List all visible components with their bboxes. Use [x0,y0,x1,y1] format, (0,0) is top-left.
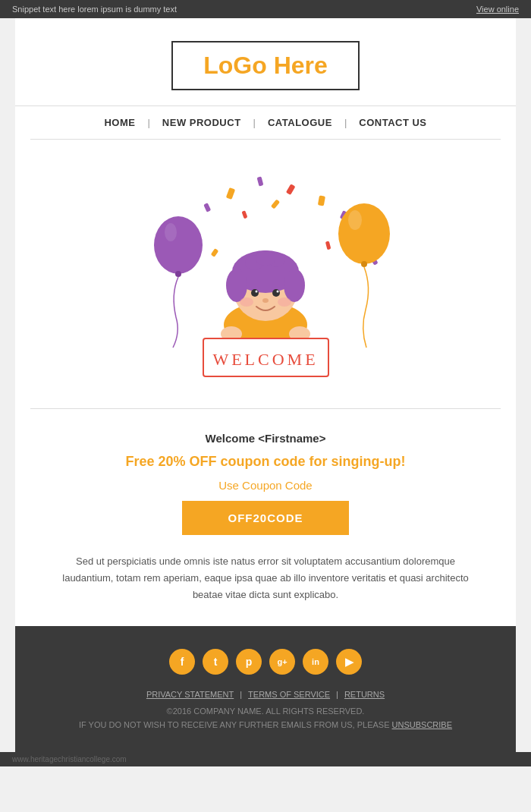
coupon-label: Use Coupon Code [61,479,470,492]
top-bar: Snippet text here lorem ipsum is dummy t… [0,0,531,18]
svg-point-17 [338,203,390,264]
svg-point-16 [175,271,181,277]
instagram-icon[interactable]: in [303,649,328,675]
nav-divider [30,139,501,140]
svg-point-19 [361,261,367,267]
watermark-text: www.heritagechristiancollege.com [12,755,127,763]
svg-point-15 [165,223,177,241]
svg-point-27 [256,250,275,266]
snippet-text: Snippet text here lorem ipsum is dummy t… [12,5,177,14]
svg-point-18 [348,210,362,230]
nav-item-catalogue[interactable]: CATALOGUE [256,117,344,128]
svg-point-30 [256,291,258,293]
pinterest-icon[interactable]: p [236,649,262,675]
svg-rect-2 [286,184,296,195]
nav-bar: HOME | NEW PRODUCT | CATALOGUE | CONTACT… [30,117,501,128]
footer-copyright: ©2016 COMPANY NAME. ALL RIGHTS RESERVED. [30,707,501,716]
nav-item-home[interactable]: HOME [92,117,147,128]
svg-point-28 [251,289,259,297]
svg-point-31 [277,291,279,293]
welcome-illustration: WELCOME [91,165,440,393]
logo-section: LoGo Here [15,18,516,105]
watermark: www.heritagechristiancollege.com [0,752,531,766]
coupon-button[interactable]: OFF20CODE [182,501,348,535]
content-section: Welcome <Firstname> Free 20% OFF coupon … [15,409,516,626]
welcome-name: Welcome <Firstname> [61,432,470,445]
svg-rect-12 [211,248,219,257]
view-online-link[interactable]: View online [476,5,519,14]
logo-box: LoGo Here [171,41,360,90]
svg-point-29 [272,289,280,297]
returns-link[interactable]: RETURNS [344,690,385,699]
footer-sep-1: | [240,690,242,699]
svg-point-32 [262,298,269,303]
nav-item-contact[interactable]: CONTACT US [347,117,438,128]
footer-links: PRIVACY STATEMENT | TERMS OF SERVICE | R… [30,690,501,699]
social-icons: f t p g+ in ▶ [30,649,501,675]
svg-point-23 [226,269,247,302]
svg-point-33 [240,297,253,307]
svg-point-24 [284,269,305,302]
svg-rect-13 [325,241,331,250]
facebook-icon[interactable]: f [169,649,195,675]
body-text: Sed ut perspiciatis unde omnis iste natu… [61,553,470,603]
svg-rect-7 [241,210,247,219]
twitter-icon[interactable]: t [203,649,228,675]
nav-item-new-product[interactable]: NEW PRODUCT [150,117,253,128]
footer-sep-2: | [336,690,338,699]
svg-rect-8 [271,199,280,209]
nav-section: HOME | NEW PRODUCT | CATALOGUE | CONTACT… [15,105,516,150]
privacy-statement-link[interactable]: PRIVACY STATEMENT [146,690,234,699]
hero-section: WELCOME [15,150,516,408]
footer-unsubscribe: IF YOU DO NOT WISH TO RECEIVE ANY FURTHE… [30,720,501,729]
svg-rect-1 [257,176,264,186]
svg-text:WELCOME: WELCOME [212,350,318,369]
unsubscribe-text: IF YOU DO NOT WISH TO RECEIVE ANY FURTHE… [79,720,390,729]
svg-point-14 [154,216,203,274]
googleplus-icon[interactable]: g+ [269,649,295,675]
offer-text: Free 20% OFF coupon code for singing-up! [61,454,470,470]
youtube-icon[interactable]: ▶ [336,649,362,675]
terms-of-service-link[interactable]: TERMS OF SERVICE [248,690,330,699]
svg-rect-0 [226,187,235,200]
svg-point-34 [278,297,291,307]
svg-rect-4 [318,195,325,206]
svg-rect-3 [203,203,211,212]
email-wrapper: LoGo Here HOME | NEW PRODUCT | CATALOGUE… [15,18,516,752]
logo-text: LoGo Here [203,52,328,79]
unsubscribe-link[interactable]: UNSUBSCRIBE [392,720,452,729]
footer: f t p g+ in ▶ PRIVACY STATEMENT | TERMS … [15,626,516,752]
